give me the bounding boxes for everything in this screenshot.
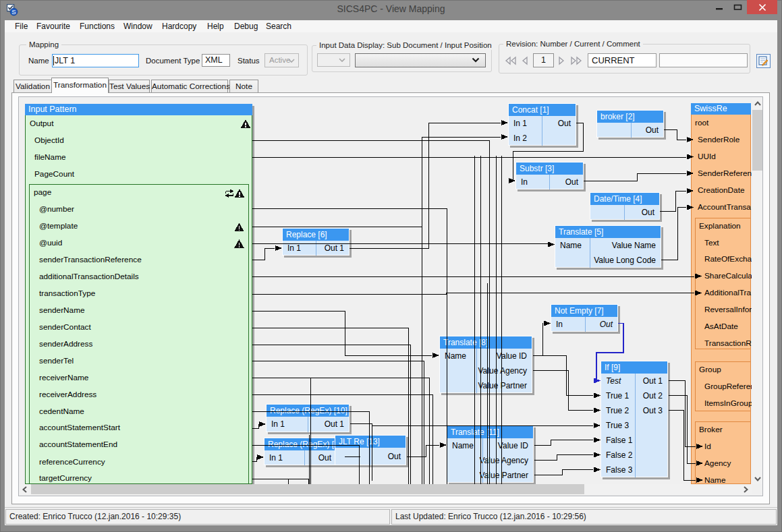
- svg-text:S: S: [11, 8, 16, 16]
